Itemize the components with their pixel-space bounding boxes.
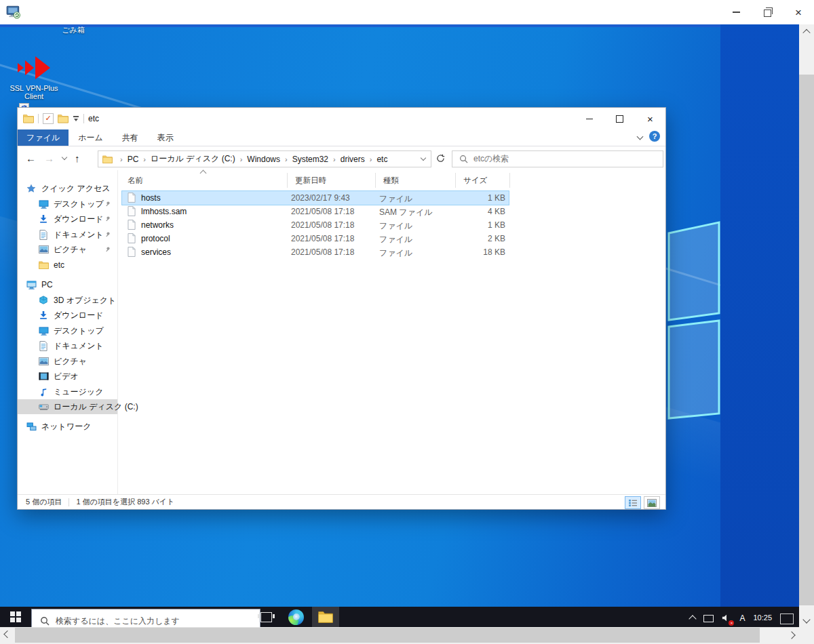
sidebar-item-documents-qa[interactable]: ドキュメント [18,227,117,242]
search-icon [40,616,50,626]
vertical-scroll-thumb[interactable] [799,75,814,605]
console-close-button[interactable]: × [783,0,814,24]
console-restore-button[interactable] [752,0,783,24]
sidebar-item-etc[interactable]: etc [18,258,117,273]
explorer-maximize-button[interactable] [604,108,635,129]
help-button[interactable]: ? [649,131,660,142]
breadcrumb-chevron[interactable]: › [280,155,292,163]
column-header-size[interactable]: サイズ [463,176,487,186]
hidden-icons-chevron[interactable] [689,615,697,622]
vpn-icon-label-line2: Client [9,92,58,100]
address-bar[interactable]: › PC › ローカル ディスク (C:) › Windows › System… [98,150,431,167]
quick-access-toolbar: ✓ [18,113,84,124]
sidebar-item-pictures-qa[interactable]: ピクチャ [18,242,117,257]
videos-icon [38,371,49,382]
breadcrumb-etc[interactable]: etc [376,155,387,164]
refresh-button[interactable] [433,150,448,166]
volume-muted-icon[interactable]: × [722,612,731,624]
action-center-icon[interactable] [780,613,794,624]
file-row-networks[interactable]: networks 2021/05/08 17:18 ファイル 1 KB [122,218,509,232]
address-dropdown-icon[interactable] [421,155,426,161]
edge-button[interactable] [282,607,309,627]
sidebar-item-pc[interactable]: PC [18,277,117,292]
breadcrumb-pc[interactable]: PC [128,155,139,164]
file-explorer-button[interactable] [312,607,339,627]
address-folder-icon [102,155,113,163]
breadcrumb-system32[interactable]: System32 [292,155,328,164]
pin-icon [104,230,111,240]
ime-mode-indicator[interactable]: A [739,613,745,623]
display-tray-icon[interactable] [703,615,714,622]
breadcrumb-chevron[interactable]: › [138,155,151,163]
documents-icon [38,229,49,240]
horizontal-scrollbar[interactable] [0,627,799,643]
expand-ribbon-icon[interactable] [637,133,644,140]
breadcrumb-drivers[interactable]: drivers [341,155,365,164]
column-header-name[interactable]: 名前 [128,176,143,186]
sidebar-item-pictures-pc[interactable]: ピクチャ [18,354,117,369]
tab-file[interactable]: ファイル [18,129,69,146]
file-icon [128,206,136,218]
sidebar-item-documents-pc[interactable]: ドキュメント [18,338,117,353]
sidebar-item-downloads-pc[interactable]: ダウンロード [18,308,117,323]
forward-button[interactable]: → [44,153,54,163]
sidebar-item-desktop-qa[interactable]: デスクトップ [18,197,117,212]
desktop-icon [38,199,49,209]
console-minimize-button[interactable] [720,0,752,24]
refresh-icon [436,154,445,163]
file-row-hosts[interactable]: hosts 2023/02/17 9:43 ファイル 1 KB [122,191,509,205]
sidebar-item-videos[interactable]: ビデオ [18,369,117,384]
tab-view[interactable]: 表示 [148,129,183,146]
task-view-button[interactable] [252,607,279,627]
recycle-bin-label[interactable]: ごみ箱 [52,25,95,35]
explorer-close-button[interactable]: × [635,108,665,129]
breadcrumb-chevron[interactable]: › [235,155,248,163]
vpn-triangles-icon [16,56,52,80]
file-row-protocol[interactable]: protocol 2021/05/08 17:18 ファイル 2 KB [122,232,509,245]
explorer-minimize-button[interactable] [574,108,604,129]
customize-toolbar-dropdown[interactable] [73,115,79,122]
file-row-lmhosts[interactable]: lmhosts.sam 2021/05/08 17:18 SAM ファイル 4 … [122,205,509,218]
up-button[interactable]: ↑ [75,153,80,163]
breadcrumb-windows[interactable]: Windows [247,155,280,164]
horizontal-scroll-thumb[interactable] [15,628,760,643]
breadcrumb-chevron: › [115,155,128,163]
breadcrumb-local-disk[interactable]: ローカル ディスク (C:) [151,153,235,165]
tab-share[interactable]: 共有 [113,129,148,146]
sidebar-item-music[interactable]: ミュージック [18,384,117,399]
file-explorer-icon [318,611,333,623]
ribbon-tab-bar: ファイル ホーム 共有 表示 [18,129,665,146]
sidebar-item-network[interactable]: ネットワーク [18,419,117,434]
column-header-date[interactable]: 更新日時 [295,176,326,186]
sidebar-item-local-disk-c[interactable]: ローカル ディスク (C:) [18,399,117,414]
3d-objects-icon [38,295,49,306]
search-input[interactable]: etcの検索 [452,150,663,167]
breadcrumb-chevron[interactable]: › [365,155,377,163]
recent-locations-dropdown[interactable] [62,155,67,160]
desktop-icon-ssl-vpn-client[interactable]: SSL VPN-Plus Client [9,56,58,100]
breadcrumb-chevron[interactable]: › [328,155,341,163]
search-icon [459,155,468,163]
sidebar-item-quick-access[interactable]: クイック アクセス [18,181,117,196]
file-row-services[interactable]: services 2021/05/08 17:18 ファイル 18 KB [122,245,509,259]
properties-quick-button[interactable]: ✓ [43,113,54,124]
vertical-scrollbar[interactable] [799,24,814,627]
back-button[interactable]: ← [26,153,36,163]
column-header-type[interactable]: 種類 [383,176,399,186]
scroll-right-icon [788,631,795,639]
wallpaper-window-panes [665,214,723,426]
sidebar-item-3d-objects[interactable]: 3D オブジェクト [18,293,117,308]
details-view-icon [628,499,638,507]
thumbnail-view-button[interactable] [644,496,660,509]
new-folder-quick-button[interactable] [58,113,69,124]
taskbar-search-input[interactable]: 検索するには、ここに入力します [31,609,260,627]
start-button[interactable] [0,607,31,627]
explorer-titlebar[interactable]: ✓ etc × [18,108,665,129]
tab-home[interactable]: ホーム [69,129,113,146]
pin-icon [104,245,111,255]
toolbar-separator [83,114,84,123]
sidebar-item-downloads-qa[interactable]: ダウンロード [18,212,117,226]
details-view-button[interactable] [625,496,641,509]
taskbar-clock[interactable]: 10:25 [753,613,772,622]
sidebar-item-desktop-pc[interactable]: デスクトップ [18,323,117,338]
